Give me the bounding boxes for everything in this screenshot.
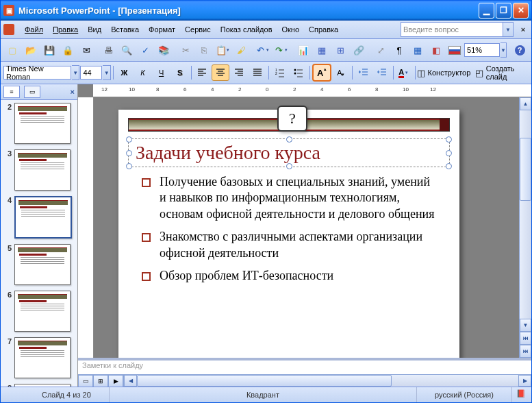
- align-left-button[interactable]: [193, 64, 211, 81]
- decrease-font-button[interactable]: A▾: [332, 64, 350, 81]
- slideshow-view-button[interactable]: ▶: [108, 375, 123, 387]
- font-select[interactable]: Times New Roman: [3, 66, 71, 80]
- zoom-input[interactable]: [464, 43, 500, 57]
- menu-slideshow[interactable]: Показ слайдов: [216, 24, 277, 35]
- help-search-dropdown[interactable]: ▼: [503, 22, 514, 37]
- undo-button[interactable]: ↶▾: [254, 42, 272, 58]
- open-button[interactable]: 📂: [22, 42, 40, 58]
- new-button[interactable]: ▢: [3, 42, 21, 58]
- status-language[interactable]: русский (Россия): [417, 387, 512, 402]
- email-button[interactable]: ✉: [77, 42, 95, 58]
- save-button[interactable]: 💾: [40, 42, 58, 58]
- zoom-dropdown[interactable]: ▼: [501, 42, 507, 58]
- distributed-button[interactable]: [249, 64, 266, 81]
- tables-borders-button[interactable]: ⊞: [331, 42, 349, 58]
- scroll-left-button[interactable]: ◀: [124, 375, 137, 387]
- slide-bullet[interactable]: Знакомство с различными аспектами органи…: [157, 229, 439, 261]
- insert-chart-button[interactable]: 📊: [294, 42, 312, 58]
- thumbnail-slide-6[interactable]: 6: [2, 291, 76, 332]
- align-center-button[interactable]: [212, 64, 229, 81]
- outline-tab[interactable]: ≡: [3, 86, 20, 98]
- menu-insert[interactable]: Вставка: [106, 24, 144, 35]
- decrease-indent-button[interactable]: [355, 64, 372, 81]
- thumbnail-list[interactable]: 2345678: [1, 100, 77, 387]
- increase-font-button[interactable]: A▴: [312, 64, 331, 82]
- paste-button[interactable]: 📋▾: [214, 42, 231, 58]
- print-button[interactable]: 🖶: [99, 42, 117, 58]
- thumbnail-slide-4[interactable]: 4: [2, 196, 76, 239]
- scroll-thumb[interactable]: [520, 138, 531, 201]
- shadow-button[interactable]: S: [171, 64, 189, 81]
- menu-window[interactable]: Окно: [277, 24, 305, 35]
- normal-view-button[interactable]: ▭: [78, 375, 93, 387]
- thumbnail-slide-8[interactable]: 8: [2, 384, 76, 387]
- show-formatting-button[interactable]: ¶: [390, 42, 408, 58]
- thumbnail-slide-2[interactable]: 2: [2, 103, 76, 144]
- slide[interactable]: Задачи учебного курса Получение базовых …: [118, 110, 459, 358]
- font-color-button[interactable]: A▾: [395, 64, 413, 81]
- menu-format[interactable]: Формат: [144, 24, 180, 35]
- research-button[interactable]: 📚: [155, 42, 173, 58]
- print-preview-button[interactable]: 🔍: [118, 42, 136, 58]
- numbering-button[interactable]: 12: [271, 64, 289, 81]
- menu-help[interactable]: Справка: [304, 24, 343, 35]
- scroll-up-button[interactable]: ▲: [520, 97, 531, 110]
- close-button[interactable]: ✕: [513, 3, 529, 19]
- horizontal-scrollbar[interactable]: ▭ ⊞ ▶ ◀ ▶: [78, 374, 531, 387]
- font-size-dropdown[interactable]: ▼: [103, 65, 110, 80]
- horizontal-ruler[interactable]: 12108642024681012: [93, 84, 531, 97]
- vertical-ruler[interactable]: [78, 97, 94, 358]
- slide-bullet[interactable]: Получение базовых и специальных знаний, …: [157, 174, 439, 222]
- bullets-button[interactable]: [290, 64, 307, 81]
- menu-view[interactable]: Вид: [83, 24, 106, 35]
- slide-design-button[interactable]: ◫Конструктор: [418, 64, 470, 81]
- slide-bullet[interactable]: Обзор проблем ИТ-безопасности: [157, 268, 439, 284]
- thumbnail-slide-5[interactable]: 5: [2, 244, 76, 285]
- prev-slide-button[interactable]: ⏮: [520, 332, 531, 345]
- document-icon[interactable]: [3, 24, 14, 35]
- scroll-down-button[interactable]: ▼: [520, 319, 531, 332]
- hscroll-thumb[interactable]: [137, 375, 392, 387]
- copy-button[interactable]: ⎘: [195, 42, 213, 58]
- slide-title-text[interactable]: Задачи учебного курса: [136, 142, 442, 164]
- show-grid-button[interactable]: ▦: [409, 42, 427, 58]
- insert-table-button[interactable]: ▦: [313, 42, 331, 58]
- align-right-button[interactable]: [230, 64, 248, 81]
- document-close-button[interactable]: ×: [518, 24, 529, 35]
- help-search-input[interactable]: Введите вопрос: [401, 22, 503, 37]
- thumbnail-slide-3[interactable]: 3: [2, 149, 76, 191]
- italic-button[interactable]: К: [134, 64, 152, 81]
- slide-title-placeholder[interactable]: Задачи учебного курса: [128, 138, 450, 167]
- slide-content-placeholder[interactable]: Получение базовых и специальных знаний, …: [139, 174, 439, 284]
- insert-hyperlink-button[interactable]: 🔗: [350, 42, 368, 58]
- notes-pane[interactable]: Заметки к слайду: [78, 358, 531, 374]
- menu-service[interactable]: Сервис: [180, 24, 216, 35]
- bold-button[interactable]: Ж: [116, 64, 134, 81]
- thumbnail-close-button[interactable]: ×: [71, 88, 75, 96]
- cut-button[interactable]: ✂: [177, 42, 194, 58]
- slides-tab[interactable]: ▭: [24, 86, 40, 98]
- redo-button[interactable]: ↷▾: [273, 42, 290, 58]
- permission-button[interactable]: 🔒: [59, 42, 77, 58]
- color-button[interactable]: ◧: [427, 42, 445, 58]
- menu-file[interactable]: Файл: [20, 24, 48, 35]
- underline-button[interactable]: Ч: [153, 64, 170, 81]
- maximize-button[interactable]: ❐: [496, 3, 511, 19]
- sorter-view-button[interactable]: ⊞: [93, 375, 108, 387]
- vertical-scrollbar[interactable]: ▲ ▼ ⏮ ⏭: [519, 97, 531, 358]
- slide-canvas[interactable]: Задачи учебного курса Получение базовых …: [94, 97, 519, 358]
- help-button[interactable]: ?: [511, 42, 529, 58]
- flag-button[interactable]: [446, 42, 464, 58]
- increase-indent-button[interactable]: [373, 64, 391, 81]
- scroll-right-button[interactable]: ▶: [518, 375, 531, 387]
- thumbnail-slide-7[interactable]: 7: [2, 337, 76, 378]
- minimize-button[interactable]: ▁: [479, 3, 494, 19]
- next-slide-button[interactable]: ⏭: [520, 345, 531, 358]
- font-dropdown[interactable]: ▼: [72, 65, 79, 80]
- expand-button[interactable]: ⤢: [372, 42, 390, 58]
- menu-edit[interactable]: Правка: [48, 24, 83, 35]
- format-painter-button[interactable]: 🖌: [232, 42, 250, 58]
- new-slide-button[interactable]: ◰Создать слайд: [470, 64, 529, 81]
- font-size-select[interactable]: 44: [80, 66, 102, 80]
- status-spell-icon[interactable]: 📕: [516, 389, 527, 400]
